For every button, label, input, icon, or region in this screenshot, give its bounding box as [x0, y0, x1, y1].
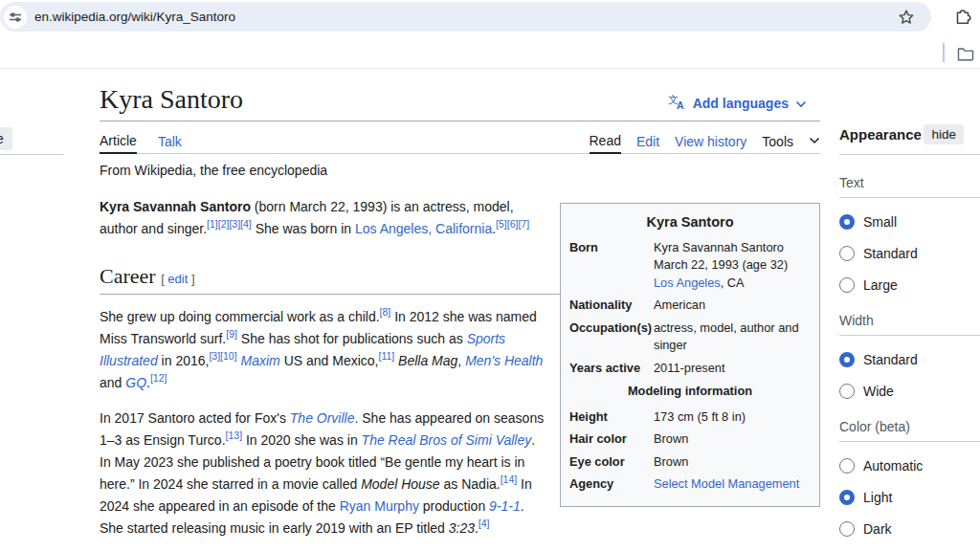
- reference-link[interactable]: [12]: [150, 372, 167, 384]
- infobox-row-label: Hair color: [569, 430, 654, 449]
- reference-link[interactable]: [11]: [378, 350, 394, 362]
- radio-button[interactable]: [839, 246, 855, 261]
- reference-link[interactable]: [4]: [479, 518, 490, 529]
- wiki-link[interactable]: The Real Bros of Simi Valley: [362, 432, 532, 448]
- infobox: Kyra Santoro BornKyra Savannah SantoroMa…: [560, 203, 820, 507]
- radio-button[interactable]: [839, 277, 855, 293]
- infobox-row-value: actress, model, author and singer: [654, 320, 811, 355]
- reference-link[interactable]: [5][6][7]: [496, 218, 529, 230]
- clipped-hide-button[interactable]: e: [0, 127, 12, 150]
- appearance-section-label: Color (beta): [839, 419, 980, 442]
- wiki-link[interactable]: Select Model Management: [654, 476, 799, 491]
- text-segment: and: [100, 375, 125, 390]
- radio-option-standard[interactable]: Standard: [839, 352, 980, 367]
- clipped-hide-button-label: e: [0, 131, 4, 146]
- chevron-down-icon: [795, 95, 807, 112]
- infobox-subheader: Modeling information: [569, 383, 811, 401]
- text-segment: American: [654, 298, 705, 312]
- wiki-link[interactable]: Los Angeles,: [355, 221, 432, 236]
- infobox-row: Years active2011-present: [569, 360, 811, 378]
- radio-button[interactable]: [839, 214, 855, 230]
- infobox-row-value: 173 cm (5 ft 8 in): [654, 408, 811, 427]
- text-segment: ,: [457, 353, 465, 368]
- url-text[interactable]: en.wikipedia.org/wiki/Kyra_Santoro: [34, 2, 235, 32]
- text-segment: production: [419, 498, 489, 514]
- wiki-link[interactable]: Los Angeles: [654, 276, 721, 290]
- radio-label: Standard: [863, 246, 918, 261]
- infobox-row-label: Height: [569, 408, 654, 427]
- infobox-row-value: American: [654, 297, 811, 315]
- radio-option-dark[interactable]: Dark: [839, 521, 980, 537]
- reference-link[interactable]: [14]: [501, 474, 518, 485]
- infobox-row: Eye colorBrown: [569, 453, 811, 472]
- wiki-link[interactable]: The Orville: [290, 410, 355, 426]
- bookmark-star-icon[interactable]: [896, 7, 917, 28]
- infobox-row-label: Occupation(s): [569, 320, 654, 355]
- radio-option-automatic[interactable]: Automatic: [839, 458, 980, 474]
- infobox-row-label: Born: [569, 239, 654, 293]
- infobox-row-value: Brown: [654, 453, 811, 472]
- radio-button[interactable]: [839, 521, 855, 537]
- chevron-down-icon[interactable]: [809, 132, 820, 147]
- career-heading-text: Career: [100, 264, 156, 288]
- text-segment: Kyra Savannah Santoro: [654, 240, 784, 254]
- tools-menu[interactable]: Tools: [762, 134, 793, 153]
- appearance-section-label: Text: [839, 175, 980, 198]
- text-segment: In 2017 Santoro acted for Fox's: [100, 410, 290, 426]
- add-languages-button[interactable]: 文 A Add languages: [0, 93, 807, 113]
- radio-option-small[interactable]: Small: [839, 214, 980, 230]
- text-segment: Brown: [654, 454, 688, 469]
- appearance-panel: Appearance hide TextSmallStandardLargeWi…: [839, 124, 980, 537]
- radio-label: Standard: [863, 352, 918, 367]
- text-segment: , CA: [721, 276, 745, 290]
- reference-link[interactable]: [9]: [226, 328, 237, 340]
- reference-link[interactable]: [8]: [380, 306, 391, 318]
- translate-icon: 文 A: [668, 93, 686, 113]
- reference-link[interactable]: [1][2][3][4]: [207, 218, 252, 230]
- address-bar[interactable]: en.wikipedia.org/wiki/Kyra_Santoro: [0, 2, 931, 32]
- infobox-row: Occupation(s)actress, model, author and …: [569, 320, 811, 355]
- text-segment: in 2016,: [158, 353, 210, 368]
- tab-talk[interactable]: Talk: [158, 134, 182, 153]
- hide-button[interactable]: hide: [924, 124, 964, 144]
- radio-button[interactable]: [839, 458, 855, 474]
- wiki-link[interactable]: Men's Health: [465, 353, 543, 368]
- infobox-row-value: Brown: [654, 430, 811, 449]
- side-panel-divider: [943, 43, 945, 62]
- radio-option-standard[interactable]: Standard: [839, 246, 980, 261]
- folder-icon[interactable]: [956, 44, 975, 63]
- radio-button[interactable]: [839, 490, 855, 505]
- text-segment: Brown: [654, 431, 688, 446]
- radio-label: Automatic: [863, 458, 923, 474]
- wiki-link[interactable]: GQ: [125, 375, 146, 390]
- view-history[interactable]: View history: [675, 134, 746, 153]
- view-read[interactable]: Read: [590, 133, 621, 154]
- infobox-row: Height173 cm (5 ft 8 in): [569, 408, 811, 427]
- article-body: Kyra Santoro BornKyra Savannah SantoroMa…: [100, 189, 820, 551]
- wiki-link[interactable]: California: [435, 221, 492, 236]
- title-divider: [100, 121, 820, 121]
- radio-option-light[interactable]: Light: [839, 490, 980, 505]
- view-edit[interactable]: Edit: [636, 134, 659, 153]
- text-segment: Kyra Savannah Santoro: [100, 199, 251, 214]
- text-segment: actress, model, author and singer: [654, 320, 799, 353]
- wiki-link[interactable]: Maxim: [241, 353, 280, 368]
- wiki-link[interactable]: 9-1-1: [489, 498, 521, 514]
- radio-option-large[interactable]: Large: [839, 277, 980, 293]
- text-segment: March 22, 1993 (age 32): [654, 257, 788, 272]
- extensions-icon[interactable]: [952, 6, 973, 27]
- radio-button[interactable]: [839, 352, 855, 367]
- browser-toolbar: en.wikipedia.org/wiki/Kyra_Santoro: [0, 0, 980, 69]
- wiki-link[interactable]: Ryan Murphy: [340, 498, 419, 514]
- site-settings-icon[interactable]: [4, 6, 27, 29]
- reference-link[interactable]: [3][10]: [209, 350, 236, 362]
- radio-option-wide[interactable]: Wide: [839, 384, 980, 399]
- radio-button[interactable]: [839, 384, 855, 399]
- reference-link[interactable]: [13]: [226, 430, 243, 441]
- infobox-row: Hair colorBrown: [569, 430, 811, 449]
- text-segment: US and Mexico,: [280, 353, 379, 368]
- edit-link[interactable]: edit: [167, 272, 188, 286]
- article-tabs-bar: Article Talk Read Edit View history Tool…: [100, 132, 820, 154]
- tab-article[interactable]: Article: [100, 133, 137, 154]
- text-segment: In 2020 she was in: [242, 432, 362, 448]
